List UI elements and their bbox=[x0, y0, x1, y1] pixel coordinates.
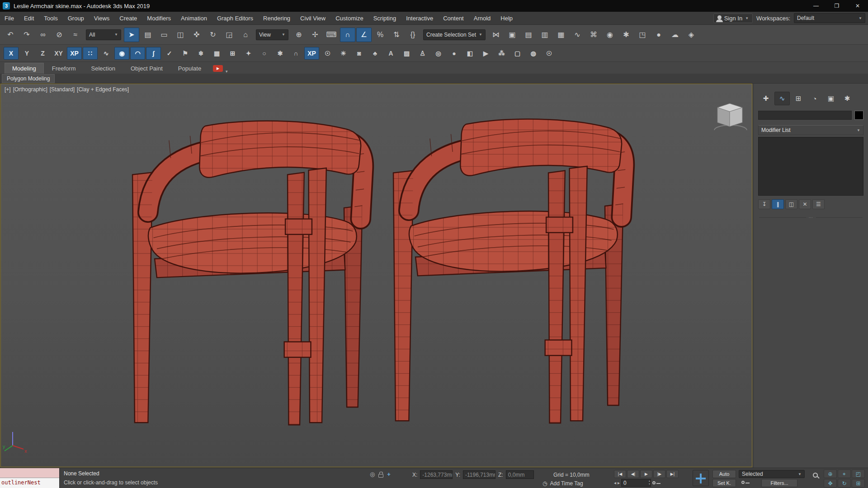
render-setup-icon[interactable]: ✱ bbox=[618, 28, 634, 42]
select-object-icon[interactable]: ➤ bbox=[124, 28, 139, 42]
menu-scripting[interactable]: Scripting bbox=[369, 13, 401, 24]
select-and-rotate-icon[interactable]: ↻ bbox=[205, 28, 221, 42]
viewport[interactable]: [+][Orthographic][Standard][Clay + Edged… bbox=[0, 84, 752, 467]
menu-group[interactable]: Group bbox=[63, 13, 89, 24]
percent-snap-toggle-icon[interactable]: % bbox=[373, 28, 388, 42]
tab-modify[interactable]: ∿ bbox=[774, 92, 790, 105]
bind-to-space-warp-icon[interactable]: ≈ bbox=[68, 28, 83, 42]
boolean-icon[interactable]: ◧ bbox=[462, 47, 477, 60]
key-filters-button[interactable]: Filters... bbox=[761, 479, 797, 487]
gear-icon[interactable]: ✱ bbox=[273, 47, 288, 60]
menu-tools[interactable]: Tools bbox=[39, 13, 62, 24]
render-in-cloud-icon[interactable]: ☁ bbox=[667, 28, 683, 42]
circle-icon[interactable]: ○ bbox=[257, 47, 272, 60]
menu-file[interactable]: File bbox=[0, 13, 19, 24]
select-and-move-icon[interactable]: ✜ bbox=[189, 28, 204, 42]
monitor-icon[interactable]: ▢ bbox=[510, 47, 525, 60]
script-xp-button[interactable]: XP bbox=[67, 47, 82, 60]
previous-frame-button[interactable]: ◀| bbox=[627, 470, 639, 478]
use-pivot-point-center-icon[interactable]: ⊕ bbox=[291, 28, 307, 42]
align-icon[interactable]: ▣ bbox=[505, 28, 520, 42]
select-by-name-icon[interactable]: ▤ bbox=[140, 28, 156, 42]
axis-x-button[interactable]: X bbox=[4, 47, 19, 60]
script-xp2-button[interactable]: XP bbox=[304, 47, 319, 60]
unlink-selection-icon[interactable]: ⊘ bbox=[52, 28, 67, 42]
teapot-icon[interactable]: ◍ bbox=[526, 47, 541, 60]
select-and-place-icon[interactable]: ⌂ bbox=[238, 28, 253, 42]
object-name-field[interactable] bbox=[758, 111, 852, 120]
menu-arnold[interactable]: Arnold bbox=[469, 13, 495, 24]
light-bulb-icon[interactable]: ☉ bbox=[320, 47, 335, 60]
menu-civil-view[interactable]: Civil View bbox=[296, 13, 330, 24]
make-unique-icon[interactable]: ◫ bbox=[785, 199, 797, 209]
menu-animation[interactable]: Animation bbox=[176, 13, 212, 24]
set-keys-button[interactable] bbox=[693, 470, 709, 486]
x-coordinate-field[interactable]: -1263,773mm bbox=[420, 470, 453, 479]
menu-views[interactable]: Views bbox=[90, 13, 114, 24]
snowflake-icon[interactable]: ❄ bbox=[193, 47, 208, 60]
tab-display[interactable]: ▣ bbox=[823, 92, 839, 105]
axis-xy-button[interactable]: XY bbox=[51, 47, 66, 60]
window-crossing-icon[interactable]: ◫ bbox=[173, 28, 188, 42]
ribbon-tab-populate[interactable]: Populate bbox=[171, 63, 208, 74]
photometric-light-icon[interactable]: ☉ bbox=[542, 47, 557, 60]
workspace-dropdown[interactable]: Default ▼ bbox=[794, 13, 865, 23]
array-icon[interactable]: ⊞ bbox=[225, 47, 240, 60]
edit-named-selection-sets-icon[interactable]: {} bbox=[405, 28, 420, 42]
add-time-tag[interactable]: ◷ Add Time Tag bbox=[542, 480, 583, 487]
menu-rendering[interactable]: Rendering bbox=[259, 13, 295, 24]
flag-icon[interactable]: ⚑ bbox=[178, 47, 193, 60]
select-and-scale-icon[interactable]: ◲ bbox=[222, 28, 237, 42]
check-tool-icon[interactable]: ✓ bbox=[162, 47, 177, 60]
vertex-dots-icon[interactable]: ∷ bbox=[83, 47, 98, 60]
sign-in-button[interactable]: Sign In ▼ bbox=[713, 14, 753, 23]
menu-create[interactable]: Create bbox=[115, 13, 142, 24]
ribbon-tab-object-paint[interactable]: Object Paint bbox=[123, 63, 170, 74]
maxscript-mini-listener[interactable]: outlinerNest bbox=[0, 468, 60, 488]
curve-editor-icon[interactable]: ∿ bbox=[570, 28, 585, 42]
search-icon[interactable] bbox=[813, 473, 818, 478]
grid-object-icon[interactable]: ▦ bbox=[209, 47, 224, 60]
ribbon-tab-modeling[interactable]: Modeling bbox=[5, 63, 44, 74]
show-end-result-icon[interactable]: ∥ bbox=[772, 199, 784, 209]
pin-stack-icon[interactable]: ↧ bbox=[758, 199, 770, 209]
selection-set-key-dropdown[interactable]: Selected ▼ bbox=[739, 470, 805, 478]
current-frame-field[interactable]: 0 ▴▾ bbox=[621, 479, 651, 487]
foliage-icon[interactable]: ♣ bbox=[368, 47, 382, 60]
rendered-frame-window-icon[interactable]: ◳ bbox=[635, 28, 650, 42]
menu-interactive[interactable]: Interactive bbox=[401, 13, 438, 24]
pan-view-icon[interactable]: ✥ bbox=[824, 479, 837, 488]
auto-key-button[interactable]: Auto bbox=[712, 470, 736, 478]
select-and-link-icon[interactable]: ∞ bbox=[35, 28, 51, 42]
magnet-icon[interactable]: ∩ bbox=[288, 47, 303, 60]
tab-hierarchy[interactable]: ⊞ bbox=[791, 92, 806, 105]
hatch-icon[interactable]: ▨ bbox=[399, 47, 414, 60]
text-tool-icon[interactable]: A bbox=[383, 47, 398, 60]
close-button[interactable]: ✕ bbox=[847, 0, 868, 12]
armchair-right[interactable] bbox=[383, 114, 627, 427]
torus-icon[interactable]: ◎ bbox=[431, 47, 446, 60]
z-coordinate-field[interactable]: 0,0mm bbox=[506, 470, 534, 479]
y-coordinate-field[interactable]: -1196,713mm bbox=[463, 470, 495, 479]
video-icon[interactable]: ▶ bbox=[478, 47, 493, 60]
go-to-end-button[interactable]: ▶| bbox=[666, 470, 679, 478]
zoom-region-icon[interactable]: ◰ bbox=[852, 469, 865, 478]
toggle-ribbon-icon[interactable]: ▦ bbox=[553, 28, 569, 42]
selection-lock-icon[interactable] bbox=[378, 474, 383, 478]
go-to-start-button[interactable]: |◀ bbox=[614, 470, 626, 478]
next-frame-button[interactable]: |▶ bbox=[653, 470, 665, 478]
mirror-icon[interactable]: ⋈ bbox=[488, 28, 504, 42]
key-mode-icon[interactable] bbox=[652, 481, 656, 484]
modifier-list-dropdown[interactable]: Modifier List ▼ bbox=[758, 125, 863, 135]
menu-content[interactable]: Content bbox=[439, 13, 468, 24]
axis-z-button[interactable]: Z bbox=[35, 47, 50, 60]
chevron-down-icon[interactable]: ▼ bbox=[225, 70, 228, 74]
macro-recorder-pane[interactable] bbox=[0, 468, 59, 478]
spline-tool-icon[interactable]: ∫ bbox=[146, 47, 161, 60]
open-autodesk-app-icon[interactable]: ◈ bbox=[684, 28, 699, 42]
menu-graph-editors[interactable]: Graph Editors bbox=[212, 13, 258, 24]
previous-key-icon[interactable]: ◂ bbox=[614, 480, 616, 485]
selection-filter-dropdown[interactable]: All ▼ bbox=[86, 29, 121, 40]
axis-y-button[interactable]: Y bbox=[19, 47, 34, 60]
sunlight-icon[interactable]: ☀ bbox=[336, 47, 351, 60]
